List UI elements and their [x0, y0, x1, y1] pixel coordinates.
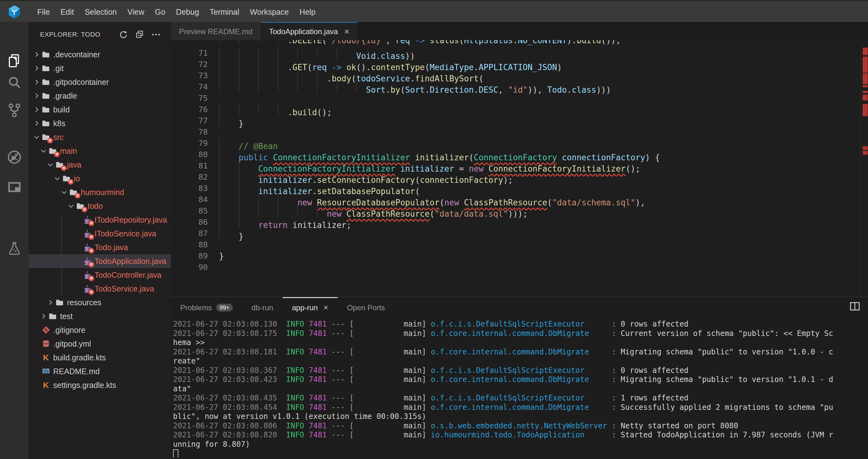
- chevron-down-icon: [40, 147, 47, 154]
- editor-area: Preview README.mdTodoApplication.java× .…: [171, 22, 868, 297]
- code-line-76[interactable]: 76.build();: [171, 104, 861, 115]
- tree-item-build-gradle-kts[interactable]: Kbuild.gradle.kts: [29, 351, 171, 365]
- file-tree: .devcontainer.git.gitpodcontainer.gradle…: [29, 48, 171, 392]
- java-icon: ✕: [83, 284, 92, 293]
- code-line-90[interactable]: 90: [171, 262, 861, 273]
- tree-item-build[interactable]: build: [29, 103, 171, 116]
- menu-item-selection[interactable]: Selection: [79, 1, 122, 23]
- workspace-icon[interactable]: [7, 180, 22, 195]
- tree-item-itodorepository-java[interactable]: ✕ITodoRepository.java: [29, 213, 171, 227]
- tree-item-devcontainer[interactable]: .devcontainer: [29, 48, 171, 61]
- menu-item-edit[interactable]: Edit: [55, 1, 79, 23]
- code-line-72[interactable]: 72.GET(req -> ok().contentType(MediaType…: [171, 59, 861, 70]
- code-line-75[interactable]: 75: [171, 93, 861, 104]
- tree-item-todo[interactable]: ✕todo: [29, 199, 171, 213]
- terminal-output[interactable]: 2021-06-27 02:03:08.130 INFO 7481 --- [ …: [173, 320, 866, 457]
- close-icon[interactable]: ×: [344, 27, 349, 37]
- code-line-81[interactable]: 81ConnectionFactoryInitializer initializ…: [171, 160, 861, 172]
- folder-icon: ✕: [41, 133, 51, 142]
- files-icon[interactable]: [7, 53, 22, 68]
- code-text: .build();: [219, 104, 332, 115]
- code-text: ConnectionFactoryInitializer initializer…: [219, 160, 640, 172]
- folder-icon: [41, 77, 51, 87]
- menu-item-terminal[interactable]: Terminal: [204, 1, 244, 23]
- code-line-82[interactable]: 82initializer.setConnectionFactory(conne…: [171, 172, 861, 183]
- split-panel-icon[interactable]: [849, 301, 861, 312]
- code-line-88[interactable]: 88: [171, 239, 861, 251]
- menu-item-debug[interactable]: Debug: [170, 1, 204, 23]
- tree-item-todoservice-java[interactable]: ✕TodoService.java: [29, 282, 171, 295]
- tree-item-io[interactable]: ✕io: [29, 172, 171, 185]
- code-editor[interactable]: .DELETE("/todo/{id}", req -> status(Http…: [171, 40, 861, 304]
- code-line-partial[interactable]: .DELETE("/todo/{id}", req -> status(Http…: [171, 40, 861, 43]
- more-actions-icon[interactable]: [151, 30, 160, 39]
- tree-item-settings-gradle-kts[interactable]: Ksettings.gradle.kts: [29, 378, 171, 392]
- search-icon[interactable]: [7, 75, 22, 90]
- overview-ruler[interactable]: [861, 40, 868, 297]
- code-line-74[interactable]: 74Sort.by(Sort.Direction.DESC, "id")), T…: [171, 81, 861, 93]
- editor-tab-preview-readme-md[interactable]: Preview README.md: [171, 22, 261, 40]
- error-mark: [863, 48, 868, 55]
- panel-tab-open-ports[interactable]: Open Ports: [338, 297, 394, 317]
- code-line-77[interactable]: 77}: [171, 115, 861, 126]
- tree-item-gitpodcontainer[interactable]: .gitpodcontainer: [29, 75, 171, 89]
- gitpod-logo-icon[interactable]: [0, 1, 29, 23]
- editor-tab-todoapplication-java[interactable]: TodoApplication.java×: [261, 22, 358, 40]
- terminal-log-row: 2021-06-27 02:03:08.435 INFO 7481 --- [ …: [173, 394, 866, 403]
- source-control-icon[interactable]: [7, 103, 22, 118]
- code-line-83[interactable]: 83initializer.setDatabasePopulator(: [171, 183, 861, 194]
- code-line-78[interactable]: 78: [171, 126, 861, 138]
- tree-item-k8s[interactable]: k8s: [29, 116, 171, 130]
- tree-item-test[interactable]: test: [29, 309, 171, 323]
- kotlin-icon: K: [41, 380, 51, 390]
- tree-item-resources[interactable]: resources: [29, 295, 171, 309]
- debug-disabled-icon[interactable]: [7, 150, 22, 165]
- code-line-80[interactable]: 80public ConnectionFactoryInitializer in…: [171, 149, 861, 160]
- error-badge: ✕: [68, 179, 73, 185]
- close-icon[interactable]: ×: [323, 303, 328, 313]
- panel-tab-app-run[interactable]: app-run×: [283, 297, 338, 317]
- tree-item-src[interactable]: ✕src: [29, 130, 171, 144]
- line-number: 88: [171, 239, 208, 251]
- menu-item-view[interactable]: View: [122, 1, 150, 23]
- code-line-79[interactable]: 79// @Bean: [171, 138, 861, 149]
- code-line-86[interactable]: 86return initializer;: [171, 217, 861, 228]
- code-line-73[interactable]: 73.body(todoService.findAllBySort(: [171, 70, 861, 81]
- code-line-71[interactable]: 71Void.class)): [171, 48, 861, 59]
- panel-tab-label: Problems: [180, 304, 212, 312]
- panel-tab-db-run[interactable]: db-run: [242, 297, 283, 317]
- chevron-right-icon: [33, 65, 40, 72]
- tree-item-readme-md[interactable]: README.md: [29, 365, 171, 378]
- line-number: 73: [171, 70, 208, 81]
- code-text: public ConnectionFactoryInitializer init…: [219, 149, 660, 160]
- code-line-85[interactable]: 85new ClassPathResource("data/data.sql")…: [171, 205, 861, 217]
- tree-item-todo-java[interactable]: ✕Todo.java: [29, 240, 171, 254]
- error-badge: ✕: [89, 221, 94, 226]
- refresh-icon[interactable]: [119, 30, 128, 39]
- tree-item-itodoservice-java[interactable]: ✕ITodoService.java: [29, 227, 171, 240]
- line-number: 71: [171, 48, 208, 59]
- tree-item-gradle[interactable]: .gradle: [29, 89, 171, 103]
- test-flask-icon[interactable]: [7, 241, 22, 256]
- collapse-all-icon[interactable]: [135, 30, 144, 39]
- code-line-89[interactable]: 89}: [171, 251, 861, 262]
- tree-item-git[interactable]: .git: [29, 61, 171, 75]
- tree-item-java[interactable]: ✕java: [29, 158, 171, 172]
- tree-item-gitpod-yml[interactable]: .gitpod.yml: [29, 337, 171, 351]
- tree-item-gitignore[interactable]: .gitignore: [29, 323, 171, 337]
- tree-item-todoapplication-java[interactable]: ✕TodoApplication.java: [29, 254, 171, 268]
- folder-icon: [41, 50, 51, 59]
- code-line-84[interactable]: 84new ResourceDatabasePopulator(new Clas…: [171, 194, 861, 205]
- menu-item-file[interactable]: File: [32, 1, 55, 23]
- tree-item-humourmind[interactable]: ✕humourmind: [29, 185, 171, 199]
- terminal-log-row: 2021-06-27 02:03:08.806 INFO 7481 --- [ …: [173, 422, 866, 431]
- menu-item-help[interactable]: Help: [294, 1, 321, 23]
- error-badge: ✕: [89, 234, 94, 240]
- code-line-87[interactable]: 87}: [171, 228, 861, 239]
- tree-item-todocontroller-java[interactable]: ✕TodoController.java: [29, 268, 171, 282]
- menu-item-workspace[interactable]: Workspace: [245, 1, 294, 23]
- menu-item-go[interactable]: Go: [150, 1, 170, 23]
- tree-item-main[interactable]: ✕main: [29, 144, 171, 158]
- panel-tab-problems[interactable]: Problems99+: [171, 297, 242, 317]
- code-text: new ClassPathResource("data/data.sql")))…: [219, 205, 528, 217]
